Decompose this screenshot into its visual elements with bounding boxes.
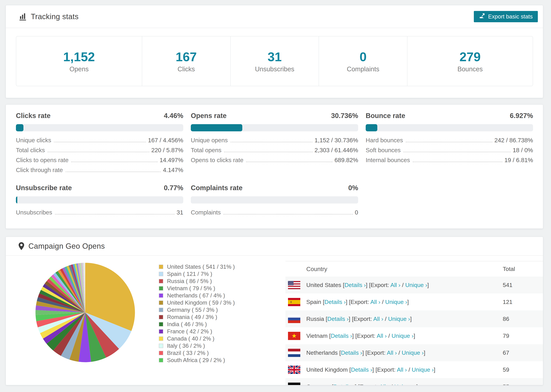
rate-row: Unique opens1,152 / 30.736% bbox=[191, 137, 358, 147]
progress-bar bbox=[16, 124, 183, 131]
details-link[interactable]: Details › bbox=[331, 332, 352, 339]
rates-grid: Clicks rate4.46%Unique clicks167 / 4.456… bbox=[16, 112, 533, 219]
export-basic-stats-button[interactable]: Export basic stats bbox=[474, 11, 538, 22]
tracking-stats-title: Tracking stats bbox=[19, 12, 78, 21]
rate-row: Total clicks220 / 5.87% bbox=[16, 147, 183, 157]
stat-label: Bounces bbox=[457, 65, 483, 73]
export-all-link[interactable]: All › bbox=[397, 366, 407, 373]
legend-swatch bbox=[159, 322, 163, 327]
geo-th-country: Country bbox=[306, 266, 503, 273]
legend-swatch bbox=[159, 315, 163, 319]
export-all-link[interactable]: All › bbox=[370, 299, 380, 305]
details-link[interactable]: Details › bbox=[327, 315, 349, 322]
stat-box-clicks: 167Clicks bbox=[142, 36, 230, 86]
geo-table: Country Total United States [Details ›] … bbox=[285, 261, 543, 385]
export-unique-link[interactable]: Unique › bbox=[388, 315, 410, 322]
rate-section-clicks-rate: Clicks rate4.46%Unique clicks167 / 4.456… bbox=[16, 112, 183, 176]
geo-table-row-nl: Netherlands [Details ›] [Export: All › /… bbox=[285, 344, 543, 361]
rate-section-opens-rate: Opens rate30.736%Unique opens1,152 / 30.… bbox=[191, 112, 358, 176]
stats-grid: 1,152Opens167Clicks31Unsubscribes0Compla… bbox=[16, 36, 533, 86]
details-link[interactable]: Details › bbox=[345, 282, 366, 288]
stats-wrap: 1,152Opens167Clicks31Unsubscribes0Compla… bbox=[6, 28, 543, 98]
rate-row: Click through rate4.147% bbox=[16, 167, 183, 176]
legend-item: Italy ( 36 / 2% ) bbox=[159, 342, 235, 350]
legend-swatch bbox=[159, 336, 163, 341]
page: Tracking stats Export basic stats 1,152O… bbox=[0, 0, 551, 385]
rate-row: Clicks to opens rate14.497% bbox=[16, 157, 183, 167]
map-marker-icon bbox=[19, 242, 24, 250]
progress-bar bbox=[366, 124, 533, 131]
rate-row: Hard bounces242 / 86.738% bbox=[366, 137, 533, 147]
geo-legend: United States ( 541 / 31% )Spain ( 121 /… bbox=[159, 263, 235, 364]
export-unique-link[interactable]: Unique › bbox=[402, 350, 424, 356]
export-all-link[interactable]: All › bbox=[379, 383, 389, 385]
stat-value: 31 bbox=[268, 49, 282, 64]
details-link[interactable]: Details › bbox=[341, 350, 362, 356]
export-unique-link[interactable]: Unique › bbox=[385, 299, 407, 305]
export-unique-link[interactable]: Unique › bbox=[391, 332, 414, 339]
legend-item: Brazil ( 33 / 2% ) bbox=[159, 350, 235, 357]
rate-section-unsubscribe-rate: Unsubscribe rate0.77%Unsubscribes31 bbox=[16, 184, 183, 219]
export-unique-link[interactable]: Unique › bbox=[394, 383, 416, 385]
stat-box-bounces: 279Bounces bbox=[407, 36, 533, 86]
export-unique-link[interactable]: Unique › bbox=[405, 282, 427, 288]
rate-row: Internal bounces19 / 6.81% bbox=[366, 157, 533, 167]
legend-swatch bbox=[159, 301, 163, 305]
export-unique-link[interactable]: Unique › bbox=[412, 366, 434, 373]
stat-value: 167 bbox=[176, 49, 197, 64]
details-link[interactable]: Details › bbox=[325, 299, 346, 305]
stat-box-complaints: 0Complaints bbox=[319, 36, 407, 86]
rate-row: Unique clicks167 / 4.456% bbox=[16, 137, 183, 147]
stat-label: Unsubscribes bbox=[255, 65, 294, 73]
geo-table-row-vn: Vietnam [Details ›] [Export: All › / Uni… bbox=[285, 327, 543, 344]
export-button-label: Export basic stats bbox=[488, 13, 533, 20]
legend-item: Canada ( 40 / 2% ) bbox=[159, 335, 235, 342]
stat-box-opens: 1,152Opens bbox=[16, 36, 142, 86]
details-link[interactable]: Details › bbox=[351, 366, 372, 373]
export-icon bbox=[479, 13, 485, 20]
legend-item: United States ( 541 / 31% ) bbox=[159, 263, 235, 270]
legend-item: Russia ( 86 / 5% ) bbox=[159, 278, 235, 285]
rate-row: Soft bounces18 / 0% bbox=[366, 147, 533, 157]
tracking-stats-header: Tracking stats Export basic stats bbox=[6, 5, 543, 28]
stat-box-unsubscribes: 31Unsubscribes bbox=[230, 36, 319, 86]
legend-item: Netherlands ( 67 / 4% ) bbox=[159, 292, 235, 299]
us-flag-icon bbox=[288, 281, 300, 289]
legend-swatch bbox=[159, 308, 163, 312]
details-link[interactable]: Details › bbox=[333, 383, 355, 385]
stat-label: Clicks bbox=[178, 65, 195, 73]
legend-item: Vietnam ( 79 / 5% ) bbox=[159, 285, 235, 292]
geo-table-row-ru: Russia [Details ›] [Export: All › / Uniq… bbox=[285, 310, 543, 327]
legend-swatch bbox=[159, 279, 163, 283]
geo-card-title: Campaign Geo Opens bbox=[19, 242, 105, 250]
legend-item: Spain ( 121 / 7% ) bbox=[159, 270, 235, 278]
export-all-link[interactable]: All › bbox=[390, 282, 400, 288]
legend-item: India ( 46 / 3% ) bbox=[159, 321, 235, 328]
rate-section-bounce-rate: Bounce rate6.927%Hard bounces242 / 86.73… bbox=[366, 112, 533, 176]
geo-th-total: Total bbox=[503, 266, 543, 272]
geo-table-row-es: Spain [Details ›] [Export: All › / Uniqu… bbox=[285, 294, 543, 310]
vn-flag-icon bbox=[288, 332, 300, 340]
legend-swatch bbox=[159, 358, 163, 362]
legend-item: France ( 42 / 2% ) bbox=[159, 328, 235, 335]
es-flag-icon bbox=[288, 298, 300, 306]
legend-swatch bbox=[159, 286, 163, 291]
tracking-stats-title-text: Tracking stats bbox=[31, 12, 78, 21]
legend-item: Germany ( 55 / 3% ) bbox=[159, 306, 235, 314]
ru-flag-icon bbox=[288, 315, 300, 323]
legend-swatch bbox=[159, 272, 163, 276]
export-all-link[interactable]: All › bbox=[377, 332, 387, 339]
geo-table-header: Country Total bbox=[285, 261, 543, 277]
geo-card-title-text: Campaign Geo Opens bbox=[28, 242, 105, 250]
progress-bar bbox=[191, 124, 358, 131]
rate-row: Opens to clicks rate689.82% bbox=[191, 157, 358, 167]
stat-value: 0 bbox=[360, 49, 367, 64]
rate-row: Complaints0 bbox=[191, 209, 358, 219]
tracking-stats-card: Tracking stats Export basic stats 1,152O… bbox=[6, 5, 543, 98]
rate-row: Total opens2,303 / 61.446% bbox=[191, 147, 358, 157]
export-all-link[interactable]: All › bbox=[387, 350, 397, 356]
legend-swatch bbox=[159, 329, 163, 334]
progress-bar bbox=[16, 196, 183, 203]
export-all-link[interactable]: All › bbox=[373, 315, 383, 322]
stat-value: 279 bbox=[459, 49, 480, 64]
